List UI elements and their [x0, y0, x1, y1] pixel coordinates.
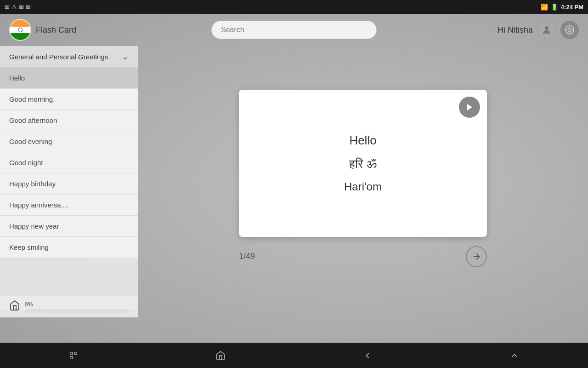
nav-bar — [0, 343, 588, 368]
back-nav-button[interactable] — [354, 346, 381, 365]
chevron-down-icon[interactable]: ⌄ — [122, 52, 129, 62]
flag-mid — [10, 27, 30, 34]
flag-icon — [9, 19, 31, 41]
settings-icon[interactable] — [560, 21, 579, 39]
sidebar-item-happy-birthday[interactable]: Happy birthday — [0, 173, 138, 195]
svg-rect-10 — [74, 352, 77, 355]
flag-bot — [10, 33, 30, 40]
flash-card: Hello हरि ॐ Hari'om — [239, 90, 487, 237]
status-bar: ✉ ⚠ ✉ ✉ 📶 🔋 4:24 PM — [0, 0, 588, 14]
svg-point-2 — [568, 28, 571, 31]
up-nav-button[interactable] — [501, 346, 528, 365]
card-devanagari-text: हरि ॐ — [349, 157, 376, 171]
header-right: Hi Nitisha — [498, 21, 579, 39]
app-name: Flash Card — [36, 25, 76, 35]
avatar-icon[interactable] — [537, 21, 556, 39]
search-bar[interactable] — [211, 21, 377, 39]
svg-rect-11 — [70, 356, 73, 359]
sidebar-item-keep-smiling[interactable]: Keep smiling — [0, 237, 138, 258]
sidebar: General and Personal Greetings ⌄ Hello G… — [0, 46, 138, 310]
sidebar-item-good-evening[interactable]: Good evening — [0, 131, 138, 152]
ashoka-wheel — [18, 28, 23, 32]
sidebar-item-good-morning[interactable]: Good morning. — [0, 89, 138, 110]
card-navigation: 1/49 — [239, 246, 487, 267]
recent-apps-button[interactable] — [60, 346, 87, 365]
sidebar-category[interactable]: General and Personal Greetings ⌄ — [0, 46, 138, 68]
status-right: 📶 🔋 4:24 PM — [541, 4, 583, 11]
top-header: Flash Card Hi Nitisha — [0, 14, 588, 46]
progress-area: 0% — [0, 296, 138, 317]
progress-wrap: 0% — [25, 301, 129, 313]
notification-icon-4: ✉ — [26, 4, 31, 11]
main-content: Flash Card Hi Nitisha — [0, 14, 588, 343]
sidebar-item-hello[interactable]: Hello — [0, 68, 138, 89]
category-title: General and Personal Greetings — [9, 53, 108, 61]
greeting-text: Hi Nitisha — [498, 25, 533, 35]
progress-label: 0% — [25, 301, 129, 308]
card-area: Hello हरि ॐ Hari'om 1/49 — [138, 46, 588, 310]
status-icons: ✉ ⚠ ✉ ✉ — [5, 4, 31, 11]
notification-icon-1: ✉ — [5, 4, 10, 11]
body-area: General and Personal Greetings ⌄ Hello G… — [0, 46, 588, 310]
home-icon[interactable] — [9, 300, 20, 314]
wifi-icon: 📶 — [541, 4, 548, 11]
sidebar-item-good-afternoon[interactable]: Good afternoon — [0, 110, 138, 131]
sidebar-item-good-night[interactable]: Good night — [0, 152, 138, 173]
search-input[interactable] — [211, 21, 377, 39]
notification-icon-2: ⚠ — [11, 4, 17, 11]
sidebar-item-happy-new-year[interactable]: Happy new year — [0, 216, 138, 237]
card-english-text: Hello — [349, 133, 376, 148]
svg-point-0 — [545, 26, 548, 30]
card-counter: 1/49 — [239, 252, 255, 261]
svg-marker-7 — [467, 104, 472, 110]
clock: 4:24 PM — [561, 4, 583, 11]
sidebar-item-happy-anniversary[interactable]: Happy anniversa.... — [0, 195, 138, 216]
svg-rect-9 — [70, 352, 73, 355]
logo-area: Flash Card — [9, 19, 76, 41]
home-nav-button[interactable] — [207, 346, 234, 365]
next-card-button[interactable] — [466, 246, 487, 267]
battery-icon: 🔋 — [551, 4, 558, 11]
notification-icon-3: ✉ — [19, 4, 24, 11]
progress-bar — [25, 309, 129, 313]
sound-button[interactable] — [459, 97, 480, 118]
card-transliteration-text: Hari'om — [344, 180, 382, 193]
flag-top — [10, 20, 30, 27]
